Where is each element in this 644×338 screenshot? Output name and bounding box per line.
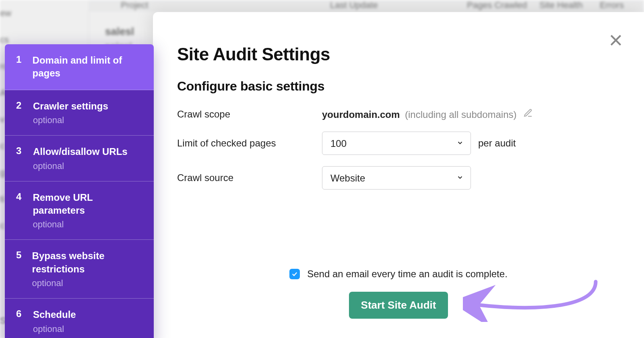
step-number: 3: [16, 145, 24, 171]
step-bypass-restrictions[interactable]: 5 Bypass website restrictions optional: [5, 240, 154, 299]
step-allow-disallow-urls[interactable]: 3 Allow/disallow URLs optional: [5, 136, 154, 181]
step-title: Bypass website restrictions: [32, 249, 144, 276]
step-title: Schedule: [33, 308, 76, 321]
crawl-source-select[interactable]: Website: [322, 166, 471, 190]
site-audit-settings-modal: Site Audit Settings Configure basic sett…: [153, 12, 644, 338]
crawl-scope-value: yourdomain.com (including all subdomains…: [322, 108, 533, 120]
email-notify-checkbox[interactable]: [289, 269, 300, 279]
row-crawl-source: Crawl source Website: [177, 166, 644, 190]
modal-footer: Send an email every time an audit is com…: [153, 268, 644, 319]
settings-form: Crawl scope yourdomain.com (including al…: [177, 108, 644, 190]
email-notify-row: Send an email every time an audit is com…: [153, 268, 644, 280]
step-number: 6: [16, 308, 24, 334]
limit-pages-suffix: per audit: [478, 138, 516, 149]
limit-pages-select[interactable]: 100: [322, 132, 471, 155]
crawl-scope-note: (including all subdomains): [405, 109, 516, 120]
step-crawler-settings[interactable]: 2 Crawler settings optional: [5, 90, 154, 136]
step-optional: optional: [33, 219, 144, 230]
wizard-stepper: 1 Domain and limit of pages 2 Crawler se…: [5, 44, 154, 338]
step-title: Domain and limit of pages: [33, 54, 144, 80]
crawl-source-label: Crawl source: [177, 172, 322, 183]
step-domain-limit[interactable]: 1 Domain and limit of pages: [5, 44, 154, 90]
row-crawl-scope: Crawl scope yourdomain.com (including al…: [177, 108, 644, 120]
step-optional: optional: [33, 161, 128, 171]
step-schedule[interactable]: 6 Schedule optional: [5, 299, 154, 338]
step-number: 4: [16, 191, 24, 230]
step-title: Crawler settings: [33, 100, 108, 113]
step-number: 5: [16, 249, 23, 289]
step-number: 1: [16, 54, 24, 80]
step-title: Remove URL parameters: [33, 191, 144, 217]
step-remove-url-parameters[interactable]: 4 Remove URL parameters optional: [5, 181, 154, 240]
step-optional: optional: [33, 324, 76, 334]
modal-title: Site Audit Settings: [177, 44, 644, 64]
crawl-scope-domain: yourdomain.com: [322, 109, 400, 120]
crawl-scope-label: Crawl scope: [177, 109, 322, 120]
step-optional: optional: [33, 115, 108, 126]
limit-pages-label: Limit of checked pages: [177, 138, 322, 149]
step-number: 2: [16, 100, 24, 126]
start-site-audit-button[interactable]: Start Site Audit: [349, 292, 448, 319]
edit-icon[interactable]: [523, 109, 533, 120]
email-notify-label: Send an email every time an audit is com…: [307, 268, 508, 280]
row-limit-pages: Limit of checked pages 100 per audit: [177, 132, 644, 155]
modal-subtitle: Configure basic settings: [177, 79, 644, 94]
close-button[interactable]: [608, 32, 624, 48]
step-title: Allow/disallow URLs: [33, 145, 128, 158]
step-optional: optional: [32, 278, 144, 289]
